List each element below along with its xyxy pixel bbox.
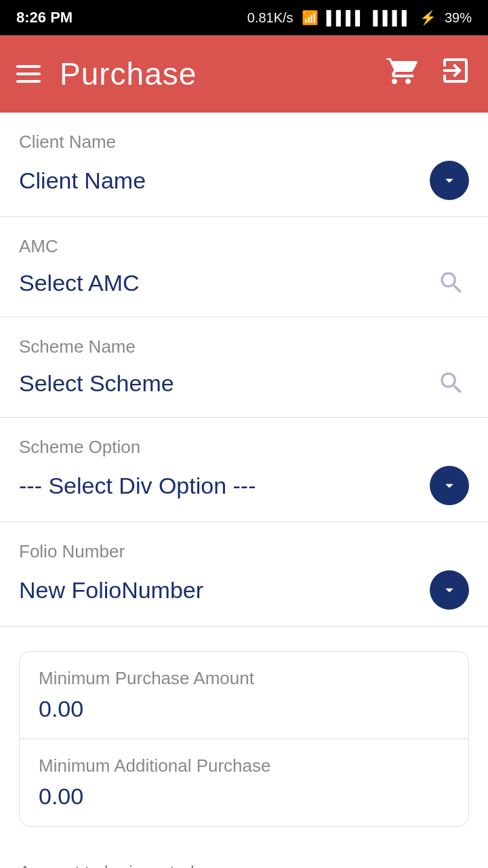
bolt-icon: ⚡ xyxy=(420,9,436,26)
cart-button[interactable] xyxy=(385,54,418,94)
wifi-icon: 📶 xyxy=(302,9,319,26)
scheme-option-field: Scheme Option --- Select Div Option --- xyxy=(0,418,488,522)
folio-number-label: Folio Number xyxy=(19,541,469,562)
battery-percent: 39% xyxy=(445,10,472,26)
info-card: Minimum Purchase Amount 0.00 Minimum Add… xyxy=(19,651,469,827)
client-name-field: Client Name Client Name xyxy=(0,113,488,217)
amc-label: AMC xyxy=(19,236,469,257)
min-additional-value: 0.00 xyxy=(39,783,449,810)
app-bar: Purchase xyxy=(0,35,488,113)
signal-icon-2: ▌▌▌▌ xyxy=(373,10,411,26)
folio-number-dropdown[interactable] xyxy=(430,570,469,610)
scheme-option-label: Scheme Option xyxy=(19,437,469,458)
app-bar-left: Purchase xyxy=(16,56,197,92)
logout-button[interactable] xyxy=(439,54,472,94)
scheme-name-value[interactable]: Select Scheme xyxy=(19,370,174,397)
min-additional-row: Minimum Additional Purchase 0.00 xyxy=(20,738,468,826)
client-name-dropdown[interactable] xyxy=(430,161,469,200)
folio-number-field: Folio Number New FolioNumber xyxy=(0,522,488,627)
scheme-name-field: Scheme Name Select Scheme xyxy=(0,317,488,418)
client-name-value[interactable]: Client Name xyxy=(19,167,146,194)
page-title: Purchase xyxy=(60,56,197,92)
status-bar: 8:26 PM 0.81K/s 📶 ▌▌▌▌ ▌▌▌▌ ⚡ 39% xyxy=(0,0,488,35)
scheme-option-value[interactable]: --- Select Div Option --- xyxy=(19,473,256,499)
status-time: 8:26 PM xyxy=(16,9,73,26)
client-name-label: Client Name xyxy=(19,132,469,153)
amc-value[interactable]: Select AMC xyxy=(19,270,140,296)
scheme-option-dropdown[interactable] xyxy=(430,466,469,505)
amount-label: Amount to be invested xyxy=(0,846,488,868)
battery-indicator: 39% xyxy=(445,10,472,26)
min-purchase-value: 0.00 xyxy=(39,696,449,722)
app-bar-actions xyxy=(385,54,472,94)
signal-icon: ▌▌▌▌ xyxy=(327,10,365,26)
amc-search-button[interactable] xyxy=(434,265,469,300)
status-right: 0.81K/s 📶 ▌▌▌▌ ▌▌▌▌ ⚡ 39% xyxy=(247,9,472,26)
min-purchase-label: Minimum Purchase Amount xyxy=(39,668,449,689)
amc-field: AMC Select AMC xyxy=(0,217,488,317)
min-purchase-row: Minimum Purchase Amount 0.00 xyxy=(20,652,468,738)
min-additional-label: Minimum Additional Purchase xyxy=(39,755,449,776)
scheme-name-search-button[interactable] xyxy=(434,366,469,401)
network-speed: 0.81K/s xyxy=(247,10,293,26)
content-area: Client Name Client Name AMC Select AMC S… xyxy=(0,113,488,868)
menu-button[interactable] xyxy=(16,65,41,83)
scheme-name-label: Scheme Name xyxy=(19,336,469,357)
folio-number-value[interactable]: New FolioNumber xyxy=(19,577,203,604)
